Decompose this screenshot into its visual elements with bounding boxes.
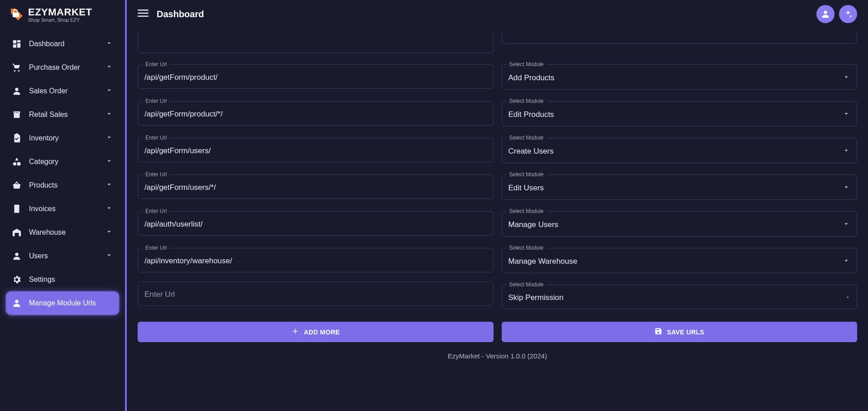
chevron-down-icon (105, 133, 113, 143)
url-field-empty (138, 281, 494, 309)
sidebar-item-label: Products (29, 181, 98, 189)
module-value: Edit Products (508, 110, 843, 119)
module-select[interactable]: Manage Warehouse (502, 251, 857, 273)
module-legend: Select Module (507, 135, 547, 141)
sidebar-item-users[interactable]: Users (6, 245, 119, 267)
svg-rect-0 (13, 13, 19, 17)
save-urls-label: SAVE URLS (667, 329, 705, 336)
module-field: Select ModuleAdd Products (502, 61, 858, 90)
chevron-down-icon (105, 204, 113, 214)
svg-rect-1 (13, 40, 16, 44)
caret-down-icon (842, 220, 850, 230)
sidebar-item-label: Manage Module Urls (29, 299, 98, 307)
sidebar-item-label: Dashboard (29, 40, 98, 48)
module-value: Add Products (508, 73, 843, 82)
sidebar-item-label: Warehouse (29, 228, 98, 237)
sidebar-item-dashboard[interactable]: Dashboard (6, 33, 119, 55)
person-icon (12, 86, 22, 96)
add-more-button[interactable]: ADD MORE (138, 322, 494, 342)
sidebar-item-label: Sales Order (29, 87, 98, 95)
chevron-down-icon (105, 110, 113, 120)
module-field-partial (502, 32, 858, 53)
module-select[interactable]: Edit Products (502, 104, 857, 126)
gear-icon (12, 275, 22, 285)
url-input[interactable] (138, 251, 493, 272)
caret-down-icon (842, 183, 850, 193)
module-field: Select ModuleCreate Users (502, 135, 858, 163)
url-field: Enter Url (138, 171, 494, 200)
module-value: Manage Users (508, 220, 843, 229)
store-icon (12, 110, 22, 120)
sidebar-item-label: Category (29, 158, 98, 166)
url-input[interactable] (138, 32, 493, 53)
module-field: Select ModuleEdit Products (502, 98, 858, 126)
module-legend: Select Module (507, 171, 547, 178)
svg-rect-3 (17, 43, 20, 48)
module-value: Create Users (508, 147, 843, 156)
url-input-empty[interactable] (138, 285, 493, 305)
chevron-down-icon (105, 180, 113, 190)
module-value: Edit Users (508, 184, 843, 193)
module-select[interactable] (502, 32, 857, 44)
account-icon[interactable] (816, 5, 834, 23)
module-select[interactable]: Edit Users (502, 178, 857, 199)
caret-down-icon (842, 110, 850, 120)
module-legend: Select Module (507, 98, 547, 104)
sidebar-item-retail-sales[interactable]: Retail Sales (6, 103, 119, 126)
sidebar-nav: DashboardPurchase OrderSales OrderRetail… (0, 31, 125, 323)
sparkle-icon[interactable] (839, 5, 857, 23)
url-input[interactable] (138, 68, 493, 88)
svg-rect-4 (13, 44, 16, 48)
sidebar-item-sales-order[interactable]: Sales Order (6, 80, 119, 102)
url-input[interactable] (138, 104, 493, 125)
url-legend: Enter Url (143, 208, 169, 214)
module-select[interactable]: Manage Users (502, 214, 857, 236)
dashboard-icon (12, 39, 22, 49)
url-input[interactable] (138, 141, 493, 162)
sidebar-item-inventory[interactable]: Inventory (6, 127, 119, 150)
page-title: Dashboard (157, 9, 808, 19)
module-legend: Select Module (507, 245, 547, 251)
caret-down-icon (842, 146, 850, 156)
sidebar-item-category[interactable]: Category (6, 150, 119, 173)
sidebar-item-label: Inventory (29, 134, 98, 142)
url-legend: Enter Url (143, 135, 169, 141)
plus-icon (291, 327, 299, 337)
basket-icon (12, 180, 22, 190)
sidebar-item-purchase-order[interactable]: Purchase Order (6, 56, 119, 79)
sidebar-item-warehouse[interactable]: Warehouse (6, 221, 119, 244)
url-input[interactable] (138, 214, 493, 235)
person-icon (12, 251, 22, 261)
url-input[interactable] (138, 178, 493, 198)
chevron-down-icon (105, 251, 113, 261)
chevron-down-icon (105, 227, 113, 237)
brand-title: EZYMARKET (28, 6, 92, 18)
sidebar-item-invoices[interactable]: Invoices (6, 198, 119, 220)
topbar: Dashboard (127, 0, 868, 28)
menu-toggle-icon[interactable] (138, 8, 149, 20)
shapes-icon (12, 157, 22, 167)
sidebar-item-settings[interactable]: Settings (6, 268, 119, 291)
chevron-down-icon (105, 63, 113, 73)
sidebar-item-products[interactable]: Products (6, 174, 119, 197)
sidebar: EZYMARKET Shop Smart, Shop EZY Dashboard… (0, 0, 127, 411)
url-field: Enter Url (138, 245, 494, 273)
url-field: Enter Url (138, 208, 494, 237)
svg-rect-12 (138, 16, 149, 17)
module-select-empty[interactable]: Skip Permission (502, 288, 857, 309)
svg-point-9 (15, 300, 18, 303)
save-icon (654, 327, 662, 337)
module-select[interactable]: Add Products (502, 68, 857, 89)
url-field: Enter Url (138, 135, 494, 163)
add-more-label: ADD MORE (304, 329, 340, 336)
chevron-down-icon (105, 39, 113, 49)
module-value: Skip Permission (508, 293, 845, 302)
brand-tagline: Shop Smart, Shop EZY (28, 17, 92, 23)
sidebar-item-label: Settings (29, 276, 98, 284)
sidebar-item-manage-module-urls[interactable]: Manage Module Urls (6, 292, 119, 314)
module-select[interactable]: Create Users (502, 141, 857, 163)
url-legend: Enter Url (143, 61, 169, 68)
brand-mark-icon (9, 7, 24, 22)
save-urls-button[interactable]: SAVE URLS (502, 322, 858, 342)
sidebar-item-label: Invoices (29, 205, 98, 213)
